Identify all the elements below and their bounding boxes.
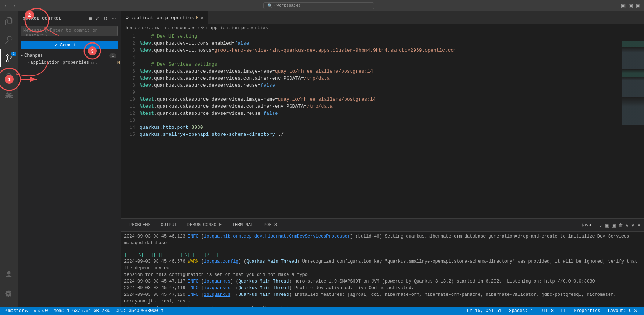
status-right: Ln 15, Col 51 Spaces: 4 UTF-8 LF Propert… bbox=[466, 308, 641, 314]
language-label: Properties bbox=[574, 308, 600, 314]
commit-message-input[interactable] bbox=[21, 26, 118, 36]
sidebar: SOURCE CONTROL ≡ ✓ ↺ ··· ✓ Commit ⌄ ▾ Ch… bbox=[18, 11, 121, 307]
encoding-label: UTF-8 bbox=[540, 308, 554, 314]
tab-output[interactable]: OUTPUT bbox=[156, 220, 182, 230]
account-icon[interactable] bbox=[0, 266, 18, 283]
commit-dropdown-button[interactable]: ⌄ bbox=[109, 41, 118, 49]
file-actions: ⬡ ↩ + bbox=[98, 60, 116, 66]
settings-icon[interactable] bbox=[0, 285, 18, 302]
line-numbers: 12345 678910 1112131415 bbox=[121, 32, 138, 218]
status-line-ending[interactable]: LF bbox=[559, 308, 568, 314]
code-line: %dev.quarkus.dev-ui.cors.enabled=false bbox=[138, 40, 622, 47]
commit-button[interactable]: ✓ Commit bbox=[21, 41, 109, 49]
code-line bbox=[138, 117, 622, 124]
code-line: %dev.quarkus.dev-ui.hosts=groot-hero-ser… bbox=[138, 47, 622, 54]
terminal-expand-button[interactable]: ∨ bbox=[631, 222, 635, 228]
tab-application-properties[interactable]: ⚙ application.properties M ✕ bbox=[121, 11, 208, 24]
changes-header[interactable]: ▾ Changes 1 bbox=[18, 52, 121, 59]
terminal-close-button[interactable]: ✕ bbox=[637, 222, 641, 228]
log-line: 2024-09-03 08:45:47,120 INFO [io.quarkus… bbox=[124, 291, 641, 305]
search-icon: 🔍 bbox=[267, 3, 273, 8]
sidebar-menu-button[interactable]: ≡ bbox=[88, 15, 93, 22]
tab-ports[interactable]: PORTS bbox=[258, 220, 282, 230]
source-control-badge: 1 bbox=[11, 52, 16, 56]
panel: PROBLEMS OUTPUT DEBUG CONSOLE TERMINAL P… bbox=[121, 218, 644, 307]
tab-terminal[interactable]: TERMINAL bbox=[227, 220, 258, 230]
sidebar-check-button[interactable]: ✓ bbox=[94, 15, 101, 22]
log-line: 2024-09-03 08:45:46,576 WARN [io.qua.con… bbox=[124, 258, 641, 271]
status-layout[interactable]: Layout: U.S. bbox=[606, 308, 641, 314]
nav-forward-button[interactable]: → bbox=[11, 3, 16, 8]
file-path: src bbox=[90, 60, 98, 65]
status-left: ⑂ master ↻ ✕ 0 ⚠ 0 Mem: 1.63/5.64 GB 28%… bbox=[3, 308, 165, 314]
spaces-label: Spaces: 4 bbox=[509, 308, 533, 314]
changes-chevron: ▾ bbox=[21, 53, 23, 58]
sidebar-item-explorer[interactable] bbox=[0, 13, 18, 30]
sidebar-item-search[interactable] bbox=[0, 31, 18, 49]
sidebar-item-run[interactable] bbox=[0, 68, 18, 86]
code-area[interactable]: # Dev UI setting %dev.quarkus.dev-ui.cor… bbox=[138, 32, 622, 218]
activity-bar: 1 bbox=[0, 11, 18, 307]
log-banner: _____ ___ _____ _ _ ___ _ _ _____ ___ | … bbox=[124, 247, 641, 257]
breadcrumb-hero[interactable]: hero bbox=[126, 25, 136, 31]
terminal-content[interactable]: 2024-09-03 08:45:46,123 INFO [io.qua.hib… bbox=[121, 232, 644, 307]
log-line-cont: tension for this configuration is set or… bbox=[124, 271, 641, 278]
panel-actions: java + ⌄ ▣ ▣ 🗑 ∧ ∨ ✕ bbox=[581, 222, 641, 228]
nav-back-button[interactable]: ← bbox=[4, 3, 9, 8]
mem-label: Mem: 1.63/5.64 GB 28% bbox=[54, 308, 109, 314]
terminal-collapse-button[interactable]: ∧ bbox=[625, 222, 629, 228]
sidebar-item-extensions[interactable] bbox=[0, 86, 18, 104]
status-cpu: CPU: 35439033000 m bbox=[114, 308, 165, 314]
sidebar-more-button[interactable]: ··· bbox=[110, 15, 117, 22]
breadcrumb-main[interactable]: main bbox=[155, 25, 166, 31]
layout-button-1[interactable]: ▣ bbox=[621, 3, 626, 8]
code-line bbox=[138, 54, 622, 61]
warning-icon: ⚠ bbox=[41, 308, 44, 314]
error-icon: ✕ bbox=[34, 308, 36, 314]
layout-label: Layout: U.S. bbox=[608, 308, 640, 314]
tab-close-button[interactable]: ✕ bbox=[201, 15, 203, 21]
sidebar-actions: ≡ ✓ ↺ ··· bbox=[88, 15, 117, 22]
main-container: 1 SOURCE CONTROL ≡ ✓ ↺ ··· bbox=[0, 11, 644, 307]
sidebar-header: SOURCE CONTROL ≡ ✓ ↺ ··· bbox=[18, 11, 121, 24]
log-line: 2024-09-03 08:45:46,123 INFO [io.qua.hib… bbox=[124, 233, 641, 246]
sidebar-item-source-control[interactable]: 1 bbox=[0, 49, 18, 67]
status-branch[interactable]: ⑂ master ↻ bbox=[3, 308, 29, 314]
code-line: %dev.quarkus.datasource.devservices.reus… bbox=[138, 82, 622, 89]
terminal-maximize-button[interactable]: ▣ bbox=[612, 222, 616, 228]
status-spaces[interactable]: Spaces: 4 bbox=[507, 308, 534, 314]
breadcrumb-src[interactable]: src bbox=[142, 25, 150, 31]
breadcrumb: hero › src › main › resources › ⚙ › appl… bbox=[121, 24, 644, 32]
breadcrumb-resources[interactable]: resources bbox=[172, 25, 196, 31]
tab-modified-indicator: M bbox=[196, 16, 198, 20]
changes-label: Changes bbox=[24, 53, 109, 58]
error-count: 0 bbox=[38, 308, 40, 314]
tab-debug-console[interactable]: DEBUG CONSOLE bbox=[182, 220, 227, 230]
position-label: Ln 15, Col 51 bbox=[467, 308, 502, 314]
status-language[interactable]: Properties bbox=[572, 308, 602, 314]
layout-button-3[interactable]: ▣ bbox=[636, 3, 640, 8]
terminal-split-button[interactable]: ▣ bbox=[605, 222, 609, 228]
layout-button-2[interactable]: ▣ bbox=[628, 3, 633, 8]
title-bar-actions: ▣ ▣ ▣ bbox=[621, 3, 640, 8]
code-line: quarkus.smallrye-openapi.store-schema-di… bbox=[138, 131, 622, 138]
tab-filename: application.properties bbox=[131, 15, 194, 21]
sidebar-refresh-button[interactable]: ↺ bbox=[102, 15, 109, 22]
breadcrumb-filename[interactable]: application.properties bbox=[209, 25, 268, 31]
terminal-dropdown-button[interactable]: ⌄ bbox=[599, 222, 603, 228]
status-errors[interactable]: ✕ 0 ⚠ 0 bbox=[32, 308, 49, 314]
editor-content: 12345 678910 1112131415 # Dev UI setting… bbox=[121, 32, 644, 218]
status-position[interactable]: Ln 15, Col 51 bbox=[466, 308, 503, 314]
commit-message-area bbox=[18, 24, 121, 39]
list-item[interactable]: ○ application.properties src ⬡ ↩ + M bbox=[18, 59, 121, 66]
title-bar-search[interactable]: 🔍 (Workspace) bbox=[263, 2, 374, 9]
terminal-new-button[interactable]: + bbox=[593, 222, 596, 228]
status-encoding[interactable]: UTF-8 bbox=[539, 308, 555, 314]
minimap-content bbox=[622, 32, 644, 218]
tab-problems[interactable]: PROBLEMS bbox=[124, 220, 156, 230]
log-line: 2024-09-03 08:45:47,117 INFO [io.quarkus… bbox=[124, 278, 641, 285]
activity-bar-bottom bbox=[0, 266, 18, 305]
search-workspace-label: (Workspace) bbox=[274, 3, 301, 8]
terminal-trash-button[interactable]: 🗑 bbox=[618, 222, 623, 228]
tab-file-icon: ⚙ bbox=[126, 15, 129, 21]
